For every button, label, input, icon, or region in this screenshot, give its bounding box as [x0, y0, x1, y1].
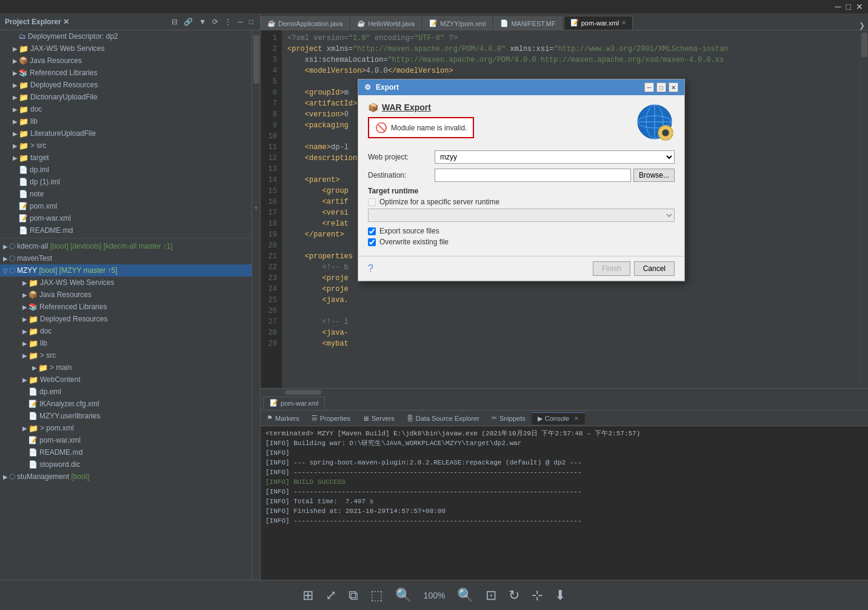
- tab-servers[interactable]: 🖥 Servers: [356, 413, 401, 424]
- close-btn[interactable]: ✕: [856, 2, 863, 12]
- editor-scrollbar-v[interactable]: [860, 30, 868, 388]
- collapse-all-btn[interactable]: ⊟: [170, 17, 179, 27]
- xml-icon: 📝: [19, 202, 28, 210]
- tree-item-mzyy-java-resources[interactable]: ▶ 📦 Java Resources: [0, 289, 252, 301]
- tree-item-mzyy-stopword[interactable]: 📄 stopword.dic: [0, 458, 252, 471]
- code-line: [287, 131, 855, 142]
- more-btn[interactable]: ⋮: [222, 17, 233, 27]
- tree-item-dictionary-upload[interactable]: ▶ 📁 DictionaryUploadFile: [0, 91, 252, 103]
- tree-item-mzyy-src-main[interactable]: ▶ 📁 > main: [0, 361, 252, 374]
- tree-item-mzyy-src[interactable]: ▶ 📁 > src: [0, 349, 252, 361]
- grid-icon[interactable]: ⊞: [302, 588, 313, 603]
- tab-label: pom-war.xml: [581, 19, 619, 27]
- expand-icon: ▶: [12, 106, 18, 113]
- tree-item-dp-iml[interactable]: 📄 dp.iml: [0, 164, 252, 176]
- tree-item-mzyy-referenced-libraries[interactable]: ▶ 📚 Referenced Libraries: [0, 301, 252, 313]
- rotate-icon[interactable]: ↻: [509, 588, 519, 603]
- tree-item-mzyy[interactable]: ▽ ⬡ MZYY [boot] [MZYY master ↑5]: [0, 264, 252, 277]
- tab-console[interactable]: ▶ Console ✕: [532, 412, 585, 424]
- tree-item-pom-xml[interactable]: 📝 pom.xml: [0, 200, 252, 212]
- tab-label: Snippets: [499, 415, 526, 422]
- tree-item-deployment-descriptor[interactable]: 🗂 Deployment Descriptor: dp2: [0, 30, 252, 42]
- tab-label: Servers: [372, 415, 395, 422]
- download-icon[interactable]: ⬇: [555, 588, 566, 603]
- expand-icon: ▶: [22, 304, 28, 310]
- tree-item-dp1-iml[interactable]: 📄 dp (1).iml: [0, 176, 252, 188]
- minimize-panel-btn[interactable]: ─: [236, 17, 245, 27]
- tree-item-mzyy-pom-folder[interactable]: ▶ 📁 > pom.xml: [0, 422, 252, 434]
- tree-item-referenced-libraries[interactable]: ▶ 📚 Referenced Libraries: [0, 67, 252, 79]
- tree-item-stumanagement[interactable]: ▶ ⬡ stuManagement [boot]: [0, 471, 252, 483]
- tree-item-mzyy-deployed-resources[interactable]: ▶ 📁 Deployed Resources: [0, 313, 252, 325]
- status-bar: ⊞ ⤢ ⧉ ⬚ 🔍 100% 🔍 ⊡ ↻ ⊹ ⬇: [0, 580, 868, 610]
- maximize-panel-btn[interactable]: □: [247, 17, 255, 27]
- editor-scrollbar-h[interactable]: [261, 388, 868, 395]
- tree-item-kdecm-all[interactable]: ▶ ⬡ kdecm-all [boot] [devtools] [kdecm-a…: [0, 240, 252, 252]
- tab-manifest[interactable]: 📄 MANIFEST.MF: [493, 16, 562, 30]
- tab-pom-war[interactable]: 📝 pom-war.xml ✕: [564, 16, 633, 30]
- tree-item-src[interactable]: ▶ 📁 > src: [0, 139, 252, 152]
- file-icon: 📄: [28, 387, 38, 396]
- tree-item-mzyy-doc[interactable]: ▶ 📁 doc: [0, 325, 252, 337]
- tree-label: note: [30, 190, 44, 198]
- tree-item-mzyy-userlibraries[interactable]: 📄 MZYY.userlibraries: [0, 410, 252, 422]
- tree-item-doc[interactable]: ▶ 📁 doc: [0, 103, 252, 115]
- tree-item-mzyy-jaxws[interactable]: ▶ 📁 JAX-WS Web Services: [0, 277, 252, 289]
- tab-properties[interactable]: ☰ Properties: [305, 412, 356, 424]
- tree-item-lib[interactable]: ▶ 📁 lib: [0, 115, 252, 127]
- tree-item-literature-upload[interactable]: ▶ 📁 LiteratureUploadFile: [0, 127, 252, 139]
- tab-snippets[interactable]: ✂ Snippets: [486, 412, 532, 424]
- tree-item-mzyy-lib[interactable]: ▶ 📁 lib: [0, 337, 252, 349]
- arrows-icon[interactable]: ⤢: [326, 588, 336, 603]
- tree-scrollbar[interactable]: ▼: [252, 30, 260, 580]
- resize-icon[interactable]: ⊡: [486, 588, 496, 603]
- expand-icon: ▶: [12, 70, 18, 76]
- tab-label: Console: [545, 415, 569, 422]
- link-editor-btn[interactable]: 🔗: [182, 17, 195, 27]
- tree-item-mzyy-dp-eml[interactable]: 📄 dp.eml: [0, 386, 252, 398]
- tab-demo-application[interactable]: ☕ DemoApplication.java: [261, 16, 349, 30]
- tree-item-mzyy-readme[interactable]: 📄 README.md: [0, 446, 252, 458]
- tab-close-icon[interactable]: ✕: [621, 19, 626, 26]
- minimize-btn[interactable]: ─: [835, 2, 841, 12]
- tab-label: DemoApplication.java: [278, 20, 342, 27]
- tree-item-java-resources[interactable]: ▶ 📦 Java Resources: [0, 55, 252, 67]
- tree-label: Deployment Descriptor: dp2: [28, 32, 118, 41]
- zoom-out-icon[interactable]: 🔍: [395, 588, 412, 603]
- tab-scroll-right[interactable]: ❯: [856, 21, 868, 30]
- maximize-btn[interactable]: □: [846, 2, 851, 12]
- tree-item-pom-war-xml[interactable]: 📝 pom-war.xml: [0, 212, 252, 224]
- code-lines[interactable]: <?xml version="1.0" encoding="UTF-8" ?> …: [282, 30, 860, 388]
- tree-item-target[interactable]: ▶ 📁 target: [0, 152, 252, 164]
- window-controls[interactable]: ─ □ ✕: [835, 2, 863, 12]
- tree-item-readme[interactable]: 📄 README.md: [0, 224, 252, 236]
- console-line: [INFO] ---------------------------------…: [265, 468, 863, 477]
- tab-close-icon[interactable]: ✕: [574, 415, 579, 421]
- tree-label: pom-war.xml: [30, 214, 71, 223]
- crop-icon[interactable]: ⊹: [532, 588, 542, 603]
- tab-mzyy-pom[interactable]: 📝 MZYY/pom.xml: [422, 16, 492, 30]
- filter-btn[interactable]: ▼: [197, 17, 208, 27]
- code-line: <relat: [287, 218, 855, 229]
- tree-label: MZYY [boot] [MZYY master ↑5]: [17, 266, 118, 275]
- sync-btn[interactable]: ⟳: [210, 17, 220, 27]
- tab-datasource-explorer[interactable]: 🗄 Data Source Explorer: [401, 413, 486, 424]
- code-line: <version>0: [287, 109, 855, 120]
- tree-item-mzyy-ikanalyzer[interactable]: 📝 IKAnalyzer.cfg.xml: [0, 398, 252, 410]
- layers-icon[interactable]: ⧉: [349, 588, 358, 603]
- tree-item-mzyy-webcontent[interactable]: ▶ 📁 WebContent: [0, 374, 252, 386]
- tree-item-mzyy-pom-war[interactable]: 📝 pom-war.xml: [0, 434, 252, 446]
- tab-helloworld[interactable]: ☕ HelloWorld.java: [350, 16, 421, 30]
- tree-item-jaxws[interactable]: ▶ 📁 JAX-WS Web Services: [0, 42, 252, 55]
- bottom-file-tab-pom-war[interactable]: 📝 pom-war.xml: [263, 397, 325, 409]
- tab-markers[interactable]: ⚑ Markers: [261, 412, 305, 424]
- frame-icon[interactable]: ⬚: [370, 588, 383, 603]
- tab-label: MANIFEST.MF: [511, 20, 555, 27]
- tree-item-maventest[interactable]: ▶ ⬡ mavenTest: [0, 252, 252, 264]
- snippets-icon: ✂: [492, 414, 497, 422]
- expand-icon: ▶: [12, 118, 18, 125]
- properties-icon: ☰: [312, 414, 318, 422]
- tree-item-deployed-resources[interactable]: ▶ 📁 Deployed Resources: [0, 79, 252, 91]
- tree-item-note[interactable]: 📄 note: [0, 188, 252, 200]
- zoom-in-icon[interactable]: 🔍: [457, 588, 473, 603]
